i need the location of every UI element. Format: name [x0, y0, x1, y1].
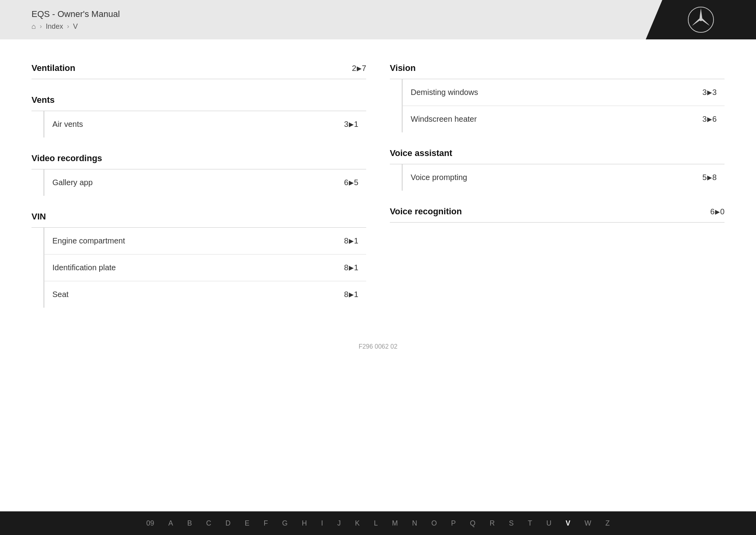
voice-prompting-label: Voice prompting [411, 173, 467, 182]
voice-recognition-header[interactable]: Voice recognition 6▶0 [390, 206, 724, 223]
alpha-O[interactable]: O [424, 511, 444, 535]
app-title: EQS - Owner's Manual [32, 9, 120, 19]
left-column: Ventilation 2▶7 Vents Air vents 3▶1 Vide… [32, 63, 366, 320]
list-item[interactable]: Engine compartment 8▶1 [44, 228, 366, 254]
voice-recognition-page: 6▶0 [710, 207, 724, 216]
breadcrumb-index[interactable]: Index [46, 22, 63, 31]
list-item[interactable]: Gallery app 6▶5 [44, 169, 366, 196]
alpha-J[interactable]: J [330, 511, 348, 535]
doc-code: F296 0062 02 [0, 335, 756, 382]
video-recordings-subitems: Gallery app 6▶5 [43, 169, 366, 196]
list-item[interactable]: Voice prompting 5▶8 [403, 164, 724, 191]
gallery-app-label: Gallery app [52, 178, 93, 187]
section-video-recordings: Video recordings Gallery app 6▶5 [32, 153, 366, 196]
list-item[interactable]: Air vents 3▶1 [44, 111, 366, 137]
engine-compartment-label: Engine compartment [52, 236, 125, 245]
alpha-B[interactable]: B [180, 511, 199, 535]
alpha-D[interactable]: D [218, 511, 237, 535]
vision-subitems: Demisting windows 3▶3 Windscreen heater … [402, 79, 724, 132]
engine-compartment-page: 8▶1 [344, 236, 358, 245]
alpha-L[interactable]: L [367, 511, 385, 535]
identification-plate-label: Identification plate [52, 263, 116, 272]
voice-recognition-label: Voice recognition [390, 206, 462, 217]
voice-prompting-page: 5▶8 [702, 173, 717, 182]
alpha-K[interactable]: K [348, 511, 367, 535]
breadcrumb: ⌂ › Index › V [32, 22, 120, 31]
identification-plate-page: 8▶1 [344, 263, 358, 272]
vin-subitems: Engine compartment 8▶1 Identification pl… [43, 228, 366, 308]
list-item[interactable]: Demisting windows 3▶3 [403, 79, 724, 106]
logo-area [646, 0, 756, 39]
alpha-F[interactable]: F [256, 511, 275, 535]
vin-header: VIN [32, 212, 366, 228]
alpha-W[interactable]: W [578, 511, 598, 535]
section-vision: Vision Demisting windows 3▶3 Windscreen … [390, 63, 724, 132]
alpha-G[interactable]: G [275, 511, 295, 535]
seat-page: 8▶1 [344, 290, 358, 299]
alpha-T[interactable]: T [521, 511, 539, 535]
main-content: Ventilation 2▶7 Vents Air vents 3▶1 Vide… [0, 39, 756, 335]
alpha-Q[interactable]: Q [463, 511, 483, 535]
windscreen-heater-page: 3▶6 [702, 115, 717, 124]
breadcrumb-sep-2: › [67, 23, 69, 30]
header-left: EQS - Owner's Manual ⌂ › Index › V [32, 9, 120, 31]
air-vents-label: Air vents [52, 120, 83, 129]
air-vents-page: 3▶1 [344, 120, 358, 129]
windscreen-heater-label: Windscreen heater [411, 115, 477, 124]
vents-subitems: Air vents 3▶1 [43, 111, 366, 137]
gallery-app-page: 6▶5 [344, 178, 358, 187]
alpha-A[interactable]: A [161, 511, 180, 535]
alpha-N[interactable]: N [405, 511, 424, 535]
demisting-windows-page: 3▶3 [702, 88, 717, 97]
svg-point-4 [700, 19, 702, 21]
alpha-P[interactable]: P [444, 511, 463, 535]
video-recordings-header: Video recordings [32, 153, 366, 169]
section-voice-recognition: Voice recognition 6▶0 [390, 206, 724, 223]
section-vin: VIN Engine compartment 8▶1 Identificatio… [32, 212, 366, 308]
section-ventilation: Ventilation 2▶7 [32, 63, 366, 79]
breadcrumb-current: V [73, 22, 78, 31]
alpha-H[interactable]: H [295, 511, 314, 535]
alpha-U[interactable]: U [539, 511, 559, 535]
ventilation-label: Ventilation [32, 63, 75, 73]
alpha-V[interactable]: V [559, 511, 578, 535]
demisting-windows-label: Demisting windows [411, 88, 478, 97]
section-vents: Vents Air vents 3▶1 [32, 95, 366, 137]
alpha-M[interactable]: M [385, 511, 405, 535]
list-item[interactable]: Seat 8▶1 [44, 281, 366, 308]
list-item[interactable]: Identification plate 8▶1 [44, 254, 366, 281]
alpha-Z[interactable]: Z [598, 511, 617, 535]
right-column: Vision Demisting windows 3▶3 Windscreen … [390, 63, 724, 320]
seat-label: Seat [52, 290, 69, 299]
app-header: EQS - Owner's Manual ⌂ › Index › V [0, 0, 756, 39]
ventilation-page: 2▶7 [352, 64, 366, 73]
alpha-C[interactable]: C [199, 511, 218, 535]
alpha-09[interactable]: 09 [139, 511, 161, 535]
breadcrumb-sep-1: › [40, 23, 42, 30]
list-item[interactable]: Windscreen heater 3▶6 [403, 106, 724, 132]
vents-header: Vents [32, 95, 366, 111]
voice-assistant-header: Voice assistant [390, 148, 724, 164]
alpha-S[interactable]: S [502, 511, 521, 535]
alpha-I[interactable]: I [314, 511, 330, 535]
section-voice-assistant: Voice assistant Voice prompting 5▶8 [390, 148, 724, 191]
ventilation-header[interactable]: Ventilation 2▶7 [32, 63, 366, 79]
alpha-E[interactable]: E [237, 511, 256, 535]
voice-assistant-subitems: Voice prompting 5▶8 [402, 164, 724, 191]
vision-header: Vision [390, 63, 724, 79]
mercedes-logo [687, 6, 715, 33]
svg-marker-1 [700, 8, 702, 20]
alpha-R[interactable]: R [483, 511, 502, 535]
alphabet-nav: 09 A B C D E F G H I J K L M N O P Q R S… [0, 511, 756, 535]
home-icon[interactable]: ⌂ [32, 22, 36, 31]
